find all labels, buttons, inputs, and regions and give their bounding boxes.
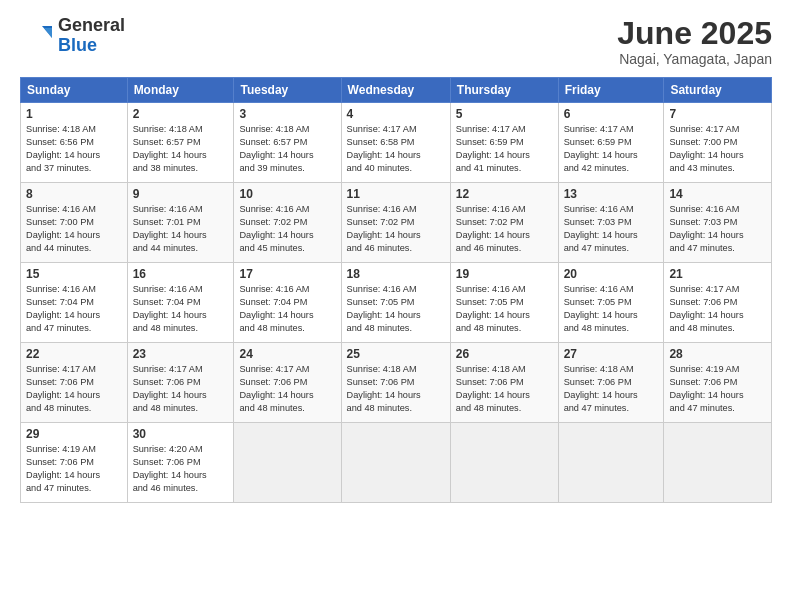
day-7: 7Sunrise: 4:17 AMSunset: 7:00 PMDaylight… [664,103,772,183]
header: General Blue June 2025 Nagai, Yamagata, … [20,16,772,67]
logo-general: General [58,16,125,36]
day-23: 23Sunrise: 4:17 AMSunset: 7:06 PMDayligh… [127,343,234,423]
col-monday: Monday [127,78,234,103]
day-25: 25Sunrise: 4:18 AMSunset: 7:06 PMDayligh… [341,343,450,423]
day-2: 2Sunrise: 4:18 AMSunset: 6:57 PMDaylight… [127,103,234,183]
day-20: 20Sunrise: 4:16 AMSunset: 7:05 PMDayligh… [558,263,664,343]
day-29: 29Sunrise: 4:19 AMSunset: 7:06 PMDayligh… [21,423,128,503]
page: General Blue June 2025 Nagai, Yamagata, … [0,0,792,612]
day-10: 10Sunrise: 4:16 AMSunset: 7:02 PMDayligh… [234,183,341,263]
col-thursday: Thursday [450,78,558,103]
day-21: 21Sunrise: 4:17 AMSunset: 7:06 PMDayligh… [664,263,772,343]
day-6: 6Sunrise: 4:17 AMSunset: 6:59 PMDaylight… [558,103,664,183]
day-empty [558,423,664,503]
calendar-week-5: 29Sunrise: 4:19 AMSunset: 7:06 PMDayligh… [21,423,772,503]
day-12: 12Sunrise: 4:16 AMSunset: 7:02 PMDayligh… [450,183,558,263]
day-24: 24Sunrise: 4:17 AMSunset: 7:06 PMDayligh… [234,343,341,423]
calendar-week-3: 15Sunrise: 4:16 AMSunset: 7:04 PMDayligh… [21,263,772,343]
day-15: 15Sunrise: 4:16 AMSunset: 7:04 PMDayligh… [21,263,128,343]
day-empty [450,423,558,503]
calendar-week-2: 8Sunrise: 4:16 AMSunset: 7:00 PMDaylight… [21,183,772,263]
day-22: 22Sunrise: 4:17 AMSunset: 7:06 PMDayligh… [21,343,128,423]
calendar-week-4: 22Sunrise: 4:17 AMSunset: 7:06 PMDayligh… [21,343,772,423]
day-9: 9Sunrise: 4:16 AMSunset: 7:01 PMDaylight… [127,183,234,263]
day-26: 26Sunrise: 4:18 AMSunset: 7:06 PMDayligh… [450,343,558,423]
col-friday: Friday [558,78,664,103]
day-19: 19Sunrise: 4:16 AMSunset: 7:05 PMDayligh… [450,263,558,343]
day-5: 5Sunrise: 4:17 AMSunset: 6:59 PMDaylight… [450,103,558,183]
col-wednesday: Wednesday [341,78,450,103]
logo-icon [20,20,52,52]
logo-text: General Blue [58,16,125,56]
day-27: 27Sunrise: 4:18 AMSunset: 7:06 PMDayligh… [558,343,664,423]
col-tuesday: Tuesday [234,78,341,103]
day-1: 1Sunrise: 4:18 AMSunset: 6:56 PMDaylight… [21,103,128,183]
col-saturday: Saturday [664,78,772,103]
main-title: June 2025 [617,16,772,51]
day-17: 17Sunrise: 4:16 AMSunset: 7:04 PMDayligh… [234,263,341,343]
logo: General Blue [20,16,125,56]
day-13: 13Sunrise: 4:16 AMSunset: 7:03 PMDayligh… [558,183,664,263]
logo-blue: Blue [58,36,125,56]
title-block: June 2025 Nagai, Yamagata, Japan [617,16,772,67]
day-empty [341,423,450,503]
day-11: 11Sunrise: 4:16 AMSunset: 7:02 PMDayligh… [341,183,450,263]
day-18: 18Sunrise: 4:16 AMSunset: 7:05 PMDayligh… [341,263,450,343]
day-3: 3Sunrise: 4:18 AMSunset: 6:57 PMDaylight… [234,103,341,183]
col-sunday: Sunday [21,78,128,103]
day-16: 16Sunrise: 4:16 AMSunset: 7:04 PMDayligh… [127,263,234,343]
day-4: 4Sunrise: 4:17 AMSunset: 6:58 PMDaylight… [341,103,450,183]
day-14: 14Sunrise: 4:16 AMSunset: 7:03 PMDayligh… [664,183,772,263]
subtitle: Nagai, Yamagata, Japan [617,51,772,67]
calendar-week-1: 1Sunrise: 4:18 AMSunset: 6:56 PMDaylight… [21,103,772,183]
day-8: 8Sunrise: 4:16 AMSunset: 7:00 PMDaylight… [21,183,128,263]
calendar-header-row: Sunday Monday Tuesday Wednesday Thursday… [21,78,772,103]
day-empty [664,423,772,503]
day-30: 30Sunrise: 4:20 AMSunset: 7:06 PMDayligh… [127,423,234,503]
calendar-table: Sunday Monday Tuesday Wednesday Thursday… [20,77,772,503]
day-28: 28Sunrise: 4:19 AMSunset: 7:06 PMDayligh… [664,343,772,423]
day-empty [234,423,341,503]
